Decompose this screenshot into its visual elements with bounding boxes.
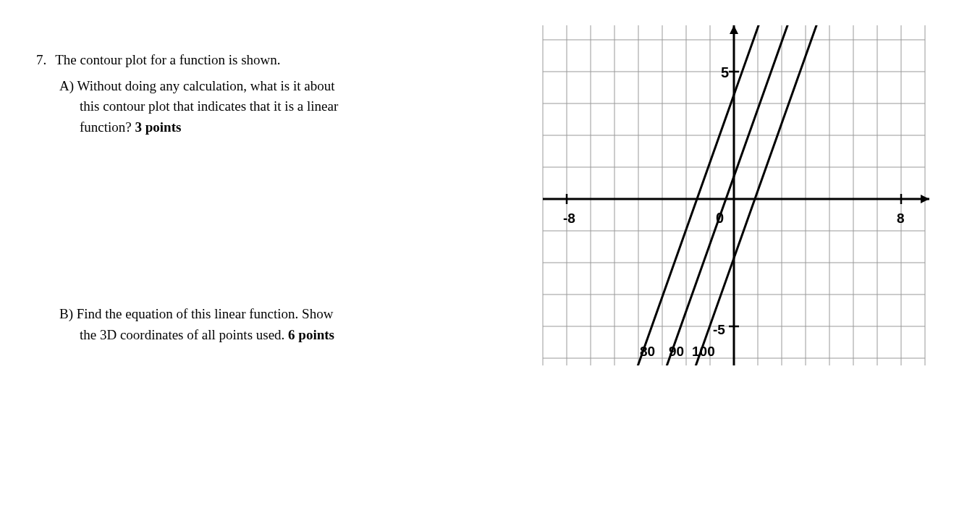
question-intro: The contour plot for a function is shown… [55,51,280,70]
part-a-label: A) [59,78,74,93]
part-a-points: 3 points [135,119,182,135]
part-b-points: 6 points [288,327,334,342]
graph-column: 5 0 -8 8 -5 80 90 100 [531,14,944,369]
question-number: 7. [36,52,46,68]
part-a-line2: this contour plot that indicates that it… [80,96,510,117]
x-max-label: 8 [897,211,905,226]
contour-label-90: 90 [669,344,684,359]
x-min-label: -8 [563,211,575,226]
svg-line-35 [629,22,770,369]
question-text-column: 7. The contour plot for a function is sh… [36,14,531,369]
y-max-label: 5 [721,64,729,80]
part-b-label: B) [59,306,73,321]
y-min-label: -5 [713,322,725,337]
part-b: B) Find the equation of this linear func… [59,304,510,345]
part-a: A) Without doing any calculation, what i… [59,76,510,138]
svg-marker-30 [730,25,738,34]
part-a-line1: Without doing any calculation, what is i… [77,78,334,93]
part-a-line3: function? [80,119,132,135]
contour-plot: 5 0 -8 8 -5 80 90 100 [531,22,937,369]
contour-label-80: 80 [640,344,655,359]
part-b-line2: the 3D coordinates of all points used. [80,327,284,342]
contour-label-100: 100 [692,344,715,359]
part-b-line1: Find the equation of this linear functio… [77,306,334,321]
origin-label: 0 [716,210,724,226]
